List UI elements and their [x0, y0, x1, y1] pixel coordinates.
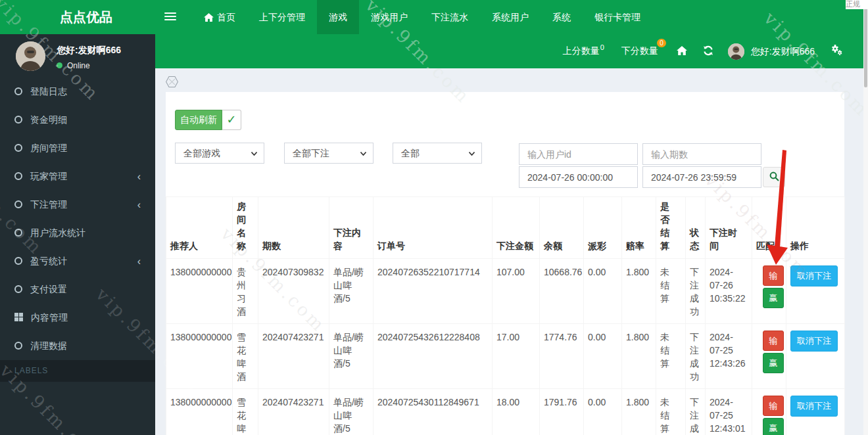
- lose-button[interactable]: 输: [763, 265, 784, 286]
- sidebar-item-9[interactable]: 清理数据: [0, 332, 155, 360]
- cell-period: 202407423271: [258, 389, 329, 435]
- cell-balance: 10668.76: [540, 259, 584, 324]
- cancel-bet-button[interactable]: 取消下注: [790, 396, 838, 417]
- nav-item-2[interactable]: 游戏: [317, 0, 359, 34]
- date-from-input[interactable]: [519, 166, 638, 188]
- main-content: 自动刷新✓ 全部游戏 全部下注 全部 推荐人房间名称期数下注内容订单号下注金额余…: [155, 68, 863, 435]
- user-menu[interactable]: 您好:发财啊666: [728, 43, 815, 60]
- date-to-input[interactable]: [642, 166, 761, 188]
- hamburger-menu-icon[interactable]: [164, 12, 176, 22]
- nav-item-4[interactable]: 下注流水: [420, 0, 480, 34]
- cell-amount: 107.00: [493, 259, 540, 324]
- cancel-bet-button[interactable]: 取消下注: [790, 265, 838, 286]
- game-filter-select[interactable]: 全部游戏: [175, 143, 264, 164]
- up-score-count: 0: [600, 43, 604, 51]
- sidebar-item-4[interactable]: 下注管理‹: [0, 191, 155, 219]
- brand-logo[interactable]: 点点优品: [0, 0, 155, 34]
- win-button[interactable]: 赢: [763, 288, 784, 308]
- cell-balance: 1774.76: [540, 324, 584, 389]
- cell-settle: 未结算: [656, 259, 686, 324]
- search-button[interactable]: [763, 167, 785, 187]
- down-score-link[interactable]: 下分数量0: [621, 45, 658, 57]
- col-header-10: 状态: [686, 197, 706, 259]
- cell-match: 输赢: [752, 259, 786, 324]
- cell-period: 202407309832: [258, 259, 329, 324]
- online-dot: [57, 62, 62, 68]
- chevron-down-icon: [251, 152, 257, 156]
- circle-icon: [14, 257, 22, 265]
- chevron-left-icon: ‹: [137, 247, 141, 275]
- user-avatar: [16, 41, 45, 71]
- col-header-3: 下注内容: [329, 197, 374, 259]
- period-input[interactable]: [642, 143, 761, 165]
- scrollbar[interactable]: [863, 0, 868, 435]
- nav-item-3[interactable]: 游戏用户: [359, 0, 420, 34]
- labels-section-header: LABELS: [0, 360, 155, 382]
- cell-period: 202407423271: [258, 324, 329, 389]
- lose-button[interactable]: 输: [763, 331, 784, 351]
- sidebar-item-0[interactable]: 登陆日志: [0, 78, 155, 106]
- circle-icon: [14, 144, 22, 152]
- win-button[interactable]: 赢: [763, 418, 784, 435]
- nav-item-5[interactable]: 系统用户: [480, 0, 541, 34]
- sidebar-item-8[interactable]: 内容管理: [0, 304, 155, 332]
- sidebar-item-2[interactable]: 房间管理: [0, 134, 155, 162]
- cell-content: 单品/崂山啤酒/5: [329, 389, 374, 435]
- circle-icon: [14, 342, 22, 350]
- nav-item-6[interactable]: 系统: [541, 0, 583, 34]
- col-header-4: 订单号: [374, 197, 493, 259]
- cell-action: 取消下注: [786, 259, 845, 324]
- col-header-8: 赔率: [622, 197, 656, 259]
- sidebar-item-5[interactable]: 用户流水统计: [0, 219, 155, 247]
- refresh-icon-button[interactable]: [703, 45, 713, 58]
- col-header-5: 下注金额: [493, 197, 540, 259]
- circle-icon: [14, 172, 22, 180]
- nav-item-0[interactable]: 首页: [192, 0, 247, 34]
- circle-icon: [14, 200, 22, 208]
- cell-time: 2024-07-25 12:43:26: [706, 324, 752, 389]
- col-header-12: 匹配: [752, 197, 786, 259]
- table-row: 138000000000贵州习酒202407309832单品/崂山啤酒/5202…: [166, 259, 845, 324]
- table-header-row: 推荐人房间名称期数下注内容订单号下注金额余额派彩赔率是否结算状态下注时间匹配操作: [166, 197, 845, 259]
- sidebar-item-3[interactable]: 玩家管理‹: [0, 162, 155, 191]
- col-header-9: 是否结算: [656, 197, 686, 259]
- up-score-link[interactable]: 上分数量0: [563, 45, 604, 57]
- home-icon-button[interactable]: [677, 46, 687, 57]
- lose-button[interactable]: 输: [763, 396, 784, 416]
- auto-refresh-checkbox[interactable]: ✓: [222, 110, 241, 130]
- cell-status: 下注成功: [686, 389, 706, 435]
- chevron-left-icon: ‹: [137, 191, 141, 219]
- auto-refresh-button[interactable]: 自动刷新: [175, 110, 222, 130]
- cell-odds: 1.800: [622, 324, 656, 389]
- sidebar-user-panel: 您好:发财啊666 Online: [0, 34, 155, 75]
- table-row: 138000000000雪花啤酒202407423271单品/崂山啤酒/5202…: [166, 389, 845, 435]
- sidebar-item-7[interactable]: 支付设置: [0, 275, 155, 304]
- cell-settle: 未结算: [656, 324, 686, 389]
- chevron-down-icon: [469, 152, 475, 156]
- sidebar-item-6[interactable]: 盈亏统计‹: [0, 247, 155, 275]
- cell-order: 20240725430112849671: [374, 389, 493, 435]
- user-id-input[interactable]: [519, 143, 638, 165]
- cancel-bet-button[interactable]: 取消下注: [790, 331, 838, 352]
- cell-status: 下注成功: [686, 324, 706, 389]
- settings-gear-icon[interactable]: [828, 45, 842, 58]
- cell-match: 输赢: [752, 324, 786, 389]
- col-header-2: 期数: [258, 197, 329, 259]
- user-status: Online: [57, 61, 121, 70]
- cell-odds: 1.800: [622, 259, 656, 324]
- nav-item-1[interactable]: 上下分管理: [247, 0, 317, 34]
- col-header-6: 余额: [540, 197, 584, 259]
- cell-odds: 1.800: [622, 389, 656, 435]
- circle-icon: [14, 116, 22, 124]
- user-toolbar: 上分数量0 下分数量0 您好:发财啊666: [155, 34, 863, 68]
- win-button[interactable]: 赢: [763, 353, 784, 373]
- sidebar-item-1[interactable]: 资金明细: [0, 106, 155, 134]
- cell-action: 取消下注: [786, 389, 845, 435]
- bet-filter-select[interactable]: 全部下注: [284, 143, 374, 164]
- cell-room: 雪花啤酒: [233, 389, 258, 435]
- scrollbar-thumb[interactable]: [864, 5, 867, 87]
- all-filter-select[interactable]: 全部: [393, 143, 482, 164]
- nav-item-7[interactable]: 银行卡管理: [583, 0, 652, 34]
- bets-table: 推荐人房间名称期数下注内容订单号下注金额余额派彩赔率是否结算状态下注时间匹配操作…: [166, 196, 845, 435]
- col-header-13: 操作: [786, 197, 845, 259]
